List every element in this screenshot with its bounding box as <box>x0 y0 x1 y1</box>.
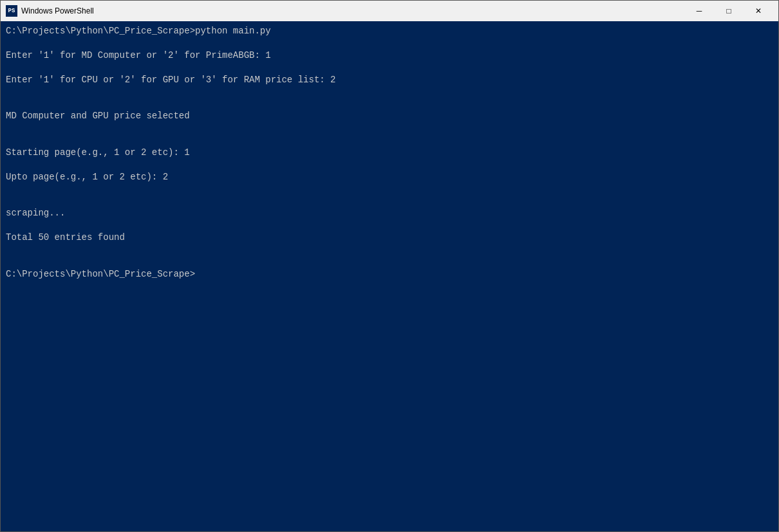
terminal-line: C:\Projects\Python\PC_Price_Scrape>pytho… <box>6 25 773 37</box>
terminal-line: Upto page(e.g., 1 or 2 etc): 2 <box>6 171 773 183</box>
window-title: Windows PowerShell <box>21 6 684 15</box>
maximize-button[interactable]: □ <box>714 1 744 21</box>
close-button[interactable]: ✕ <box>744 1 773 21</box>
titlebar: PS Windows PowerShell ─ □ ✕ <box>1 1 778 21</box>
terminal-line: MD Computer and GPU price selected <box>6 110 773 122</box>
app-icon: PS <box>6 5 17 17</box>
terminal-line <box>6 134 773 147</box>
terminal-line <box>6 256 773 268</box>
terminal-line: scraping... <box>6 207 773 219</box>
window-controls: ─ □ ✕ <box>684 1 773 21</box>
powershell-window: PS Windows PowerShell ─ □ ✕ C:\Projects\… <box>0 0 779 532</box>
terminal-line <box>6 98 773 110</box>
terminal-line: C:\Projects\Python\PC_Price_Scrape> <box>6 268 773 280</box>
terminal-line: Enter '1' for CPU or '2' for GPU or '3' … <box>6 74 773 86</box>
terminal-line: Enter '1' for MD Computer or '2' for Pri… <box>6 50 773 62</box>
terminal-line: Total 50 entries found <box>6 232 773 244</box>
terminal-line: Starting page(e.g., 1 or 2 etc): 1 <box>6 147 773 159</box>
terminal-line <box>6 195 773 207</box>
minimize-button[interactable]: ─ <box>684 1 714 21</box>
ps-icon-symbol: PS <box>6 5 17 17</box>
terminal-output[interactable]: C:\Projects\Python\PC_Price_Scrape>pytho… <box>1 21 778 531</box>
